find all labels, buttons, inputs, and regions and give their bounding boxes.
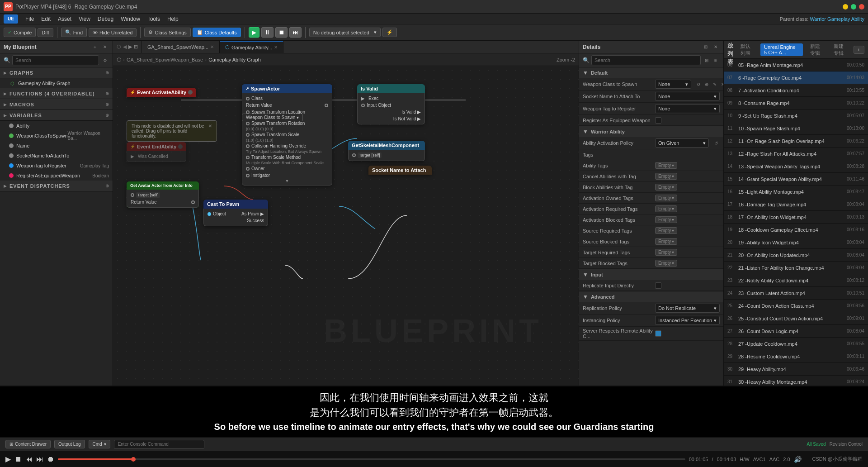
node-cast-to-pawn[interactable]: Cast To Pawn Object As Pawn ▶ Success — [203, 200, 268, 226]
canvas-tab-gameplay-ability[interactable]: ⬡ Gameplay Ability... ✕ — [220, 41, 283, 53]
tab-ga-close-icon[interactable]: ✕ — [210, 44, 214, 49]
menu-view[interactable]: View — [75, 14, 94, 24]
block-abilities-badge[interactable]: Empty ▾ — [655, 184, 677, 191]
macros-section-header[interactable]: ▶ MACROS ⊕ — [0, 99, 113, 110]
node-spawn-actor[interactable]: ↗ SpawnActor Class Return Value Spawn Tr… — [242, 84, 332, 186]
play-pause-btn[interactable]: ▶ — [5, 455, 11, 463]
panel-close-icon[interactable]: ✕ — [101, 43, 109, 51]
variable-name[interactable]: Name — [0, 141, 113, 151]
menu-tools[interactable]: Tools — [144, 14, 164, 24]
progress-knob[interactable] — [131, 457, 136, 462]
target-required-badge[interactable]: Empty ▾ — [655, 249, 677, 256]
variable-weapon-tag[interactable]: WeaponTagToRegister Gameplay Tag — [0, 161, 113, 171]
video-item-14[interactable]: 20. 19 -Ability Icon Widget.mp4 00:08:04 — [724, 236, 868, 249]
video-item-13[interactable]: 19. 18 -Cooldown Gameplay Effect.mp4 00:… — [724, 224, 868, 236]
node-get-skeletal[interactable]: GetSkeletalMeshComponent Target [self] — [348, 141, 425, 161]
hide-unrelated-button[interactable]: 👁 Hide Unrelated — [89, 28, 137, 37]
video-item-6[interactable]: 12. 11 -On Rage Slash Begin Overlap.mp4 … — [724, 135, 868, 148]
diff-button[interactable]: Diff — [38, 28, 53, 37]
event-disp-add-icon[interactable]: ⊕ — [105, 183, 109, 188]
weapon-class-refresh-icon[interactable]: ↺ — [695, 81, 702, 88]
video-item-12[interactable]: 18. 17 -On Ability Icon Widget.mp4 00:09… — [724, 211, 868, 224]
ability-tags-badge[interactable]: Empty ▾ — [655, 162, 677, 169]
node-is-valid[interactable]: Is Valid ▶Exec Input Object Is Valid ▶ I… — [357, 84, 425, 124]
source-blocked-badge[interactable]: Empty ▾ — [655, 238, 677, 245]
maximize-button[interactable] — [851, 4, 856, 10]
node-get-avatar[interactable]: Get Avatar Actor from Actor Info Target … — [127, 181, 199, 208]
video-item-22[interactable]: 28. 27 -Update Cooldown.mp4 00:06:55 — [724, 338, 868, 350]
macros-add-icon[interactable]: ⊕ — [105, 102, 109, 107]
cancel-abilities-badge[interactable]: Empty ▾ — [655, 173, 677, 180]
details-settings-icon[interactable]: ⊞ — [702, 43, 710, 51]
debug-object-dropdown[interactable]: No debug object selected ▾ — [309, 28, 381, 37]
weapon-class-edit-icon[interactable]: ✎ — [711, 81, 718, 88]
instancing-policy-dropdown[interactable]: Instanced Per Execution ▾ — [655, 316, 720, 325]
warrior-ability-header[interactable]: ▼ Warrior Ability — [579, 126, 723, 137]
replication-policy-dropdown[interactable]: Do Not Replicate ▾ — [655, 304, 720, 313]
console-input[interactable] — [114, 440, 204, 449]
input-section-header[interactable]: ▼ Input — [579, 269, 723, 280]
volume-icon[interactable]: 🔊 — [794, 456, 802, 463]
panel-add-icon[interactable]: ＋ — [91, 43, 99, 51]
event-dispatchers-header[interactable]: ▶ EVENT DISPATCHERS ⊕ — [0, 181, 113, 191]
next-btn[interactable]: ⏭ — [36, 455, 43, 463]
activation-blocked-badge[interactable]: Empty ▾ — [655, 216, 677, 223]
register-equipped-checkbox[interactable] — [655, 117, 661, 124]
video-item-9[interactable]: 15. 14 -Grant Special Weapon Ability.mp4… — [724, 173, 868, 186]
menu-window[interactable]: Window — [117, 14, 144, 24]
video-item-23[interactable]: 29. 28 -Resume Cooldown.mp4 00:08:11 — [724, 350, 868, 363]
functions-add-icon[interactable]: ⊕ — [105, 91, 109, 96]
find-button[interactable]: 🔍 Find — [61, 28, 87, 37]
variable-register[interactable]: RegisterAsEquippedWeapon Boolean — [0, 171, 113, 181]
canvas-viewport[interactable]: ⚡ Event ActivateAbility ↗ SpawnActor Cla… — [113, 66, 579, 386]
video-item-4[interactable]: 10. 9 -Set Up Rage Slash.mp4 00:05:07 — [724, 110, 868, 122]
variable-ability[interactable]: Ability — [0, 121, 113, 131]
video-item-20[interactable]: 26. 25 -Construct Count Down Action.mp4 … — [724, 312, 868, 325]
vl-tab-default[interactable]: 默认列表 — [737, 42, 757, 57]
debug-extra-button[interactable]: ⚡ — [382, 28, 397, 37]
weapon-tag-dropdown[interactable]: None ▾ — [655, 104, 720, 113]
vl-new-btn[interactable]: + — [854, 46, 864, 54]
weapon-class-dropdown[interactable]: None ▾ — [655, 80, 691, 89]
video-item-11[interactable]: 17. 16 -Damage Tag Damage.mp4 00:08:04 — [724, 198, 868, 211]
activation-required-badge[interactable]: Empty ▾ — [655, 205, 677, 212]
ability-activation-dropdown[interactable]: On Given ▾ — [655, 138, 709, 148]
socket-attach-dropdown[interactable]: None ▾ — [655, 92, 720, 101]
graphs-add-icon[interactable]: ⊕ — [105, 70, 109, 75]
search-input[interactable] — [12, 55, 99, 65]
variable-weapon-class[interactable]: WeaponClassToSpawn Warrior Weapon Ba... — [0, 131, 113, 141]
tab-gameplay-close-icon[interactable]: ✕ — [274, 45, 278, 50]
node-socket-name[interactable]: Socket Name to Attach — [368, 166, 432, 175]
weapon-class-browse-icon[interactable]: ⊕ — [703, 81, 710, 88]
warning-close-icon[interactable]: ✕ — [208, 124, 212, 129]
vl-tab-new-2[interactable]: 新建专辑 — [830, 42, 850, 57]
details-list-icon[interactable]: ≡ — [712, 56, 720, 64]
vl-tab-ue5[interactable]: Unreal Engine 5 C++ A... — [760, 43, 803, 56]
video-item-15[interactable]: 21. 20 -On Ability Icon Updated.mp4 00:0… — [724, 249, 868, 262]
video-item-19[interactable]: 25. 24 -Count Down Action Class.mp4 00:0… — [724, 300, 868, 312]
activation-reset-icon[interactable]: ↺ — [712, 139, 720, 147]
menu-help[interactable]: Help — [164, 14, 182, 24]
video-item-2[interactable]: 08. 7 -Activation Condition.mp4 00:10:55 — [724, 84, 868, 97]
video-item-17[interactable]: 23. 22 -Notify Ability Cooldown.mp4 00:0… — [724, 274, 868, 287]
panel-settings-icon[interactable]: ⚙ — [101, 56, 109, 64]
class-settings-button[interactable]: ⚙ Class Settings — [144, 28, 190, 37]
video-item-25[interactable]: 31. 30 -Heavy Ability Montage.mp4 00:09:… — [724, 376, 868, 386]
vl-tab-new-1[interactable]: 新建专辑 — [807, 42, 826, 57]
content-drawer-btn[interactable]: ⊞ Content Drawer — [5, 440, 51, 448]
menu-debug[interactable]: Debug — [94, 14, 117, 24]
step-button[interactable]: ⏭ — [289, 27, 302, 38]
canvas-tab-ga-shared[interactable]: GA_Shared_SpawnWeap... ✕ — [142, 41, 220, 53]
nav-grid-icon[interactable]: ◀ — [123, 44, 127, 50]
default-section-header[interactable]: ▼ Default — [579, 67, 723, 78]
class-defaults-button[interactable]: 📋 Class Defaults — [193, 28, 241, 37]
source-required-badge[interactable]: Empty ▾ — [655, 227, 677, 234]
nav-forward-icon[interactable]: ▶ — [128, 44, 132, 50]
menu-file[interactable]: File — [22, 14, 38, 24]
video-item-18[interactable]: 24. 23 -Custom Latent Action.mp4 00:10:5… — [724, 287, 868, 300]
video-item-5[interactable]: 11. 10 -Spawn Rage Slash.mp4 00:13:00 — [724, 122, 868, 135]
record-btn[interactable]: ⏺ — [47, 455, 54, 463]
video-item-1[interactable]: 07. 6 -Rage Gameplay Cue.mp4 00:14:03 — [724, 71, 868, 84]
compile-button[interactable]: ✓ Compile — [4, 28, 36, 37]
minimize-button[interactable] — [843, 4, 848, 10]
